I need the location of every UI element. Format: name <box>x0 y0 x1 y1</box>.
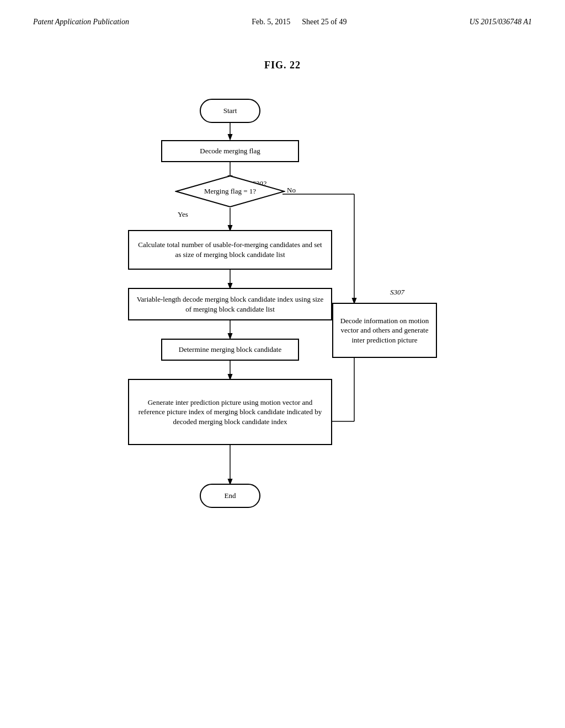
publication-label: Patent Application Publication <box>33 18 129 26</box>
fig-title-text: FIG. 22 <box>264 60 301 71</box>
s304-text: Variable-length decode merging block can… <box>135 295 326 314</box>
s304-process: Variable-length decode merging block can… <box>128 288 332 320</box>
header-left: Patent Application Publication <box>33 18 129 26</box>
s307-label: S307 <box>390 288 404 297</box>
yes-label: Yes <box>178 210 188 219</box>
s305-process: Determine merging block candidate <box>161 339 299 361</box>
patent-number-label: US 2015/036748 A1 <box>470 18 532 26</box>
no-text: No <box>287 186 296 194</box>
s303-text: Calculate total number of usable-for-mer… <box>135 240 326 259</box>
sheet-label: Sheet 25 of 49 <box>302 18 347 26</box>
start-terminal: Start <box>200 99 260 123</box>
header-right: US 2015/036748 A1 <box>470 18 532 26</box>
no-label: No <box>287 186 296 195</box>
yes-text: Yes <box>178 210 188 218</box>
s306-process: Generate inter prediction picture using … <box>128 379 332 445</box>
figure-title: FIG. 22 <box>0 60 565 71</box>
s302-decision: Merging flag = 1? <box>175 175 285 208</box>
flowchart: Start S301 Decode merging flag S302 Merg… <box>89 88 476 584</box>
s307-label-text: S307 <box>390 288 404 296</box>
s305-text: Determine merging block candidate <box>179 345 281 355</box>
s306-text: Generate inter prediction picture using … <box>135 398 326 427</box>
s302-text: Merging flag = 1? <box>204 187 256 195</box>
end-terminal: End <box>200 484 260 508</box>
s303-process: Calculate total number of usable-for-mer… <box>128 230 332 270</box>
s301-process: Decode merging flag <box>161 140 299 162</box>
s301-text: Decode merging flag <box>200 146 260 156</box>
header-center: Feb. 5, 2015 Sheet 25 of 49 <box>252 18 347 26</box>
s302-diamond-label: Merging flag = 1? <box>204 187 256 196</box>
start-label: Start <box>223 106 237 116</box>
page-header: Patent Application Publication Feb. 5, 2… <box>0 0 565 26</box>
end-label: End <box>225 491 236 501</box>
s307-process: Decode information on motion vector and … <box>332 303 437 358</box>
s307-text: Decode information on motion vector and … <box>339 316 430 345</box>
date-label: Feb. 5, 2015 <box>252 18 290 26</box>
